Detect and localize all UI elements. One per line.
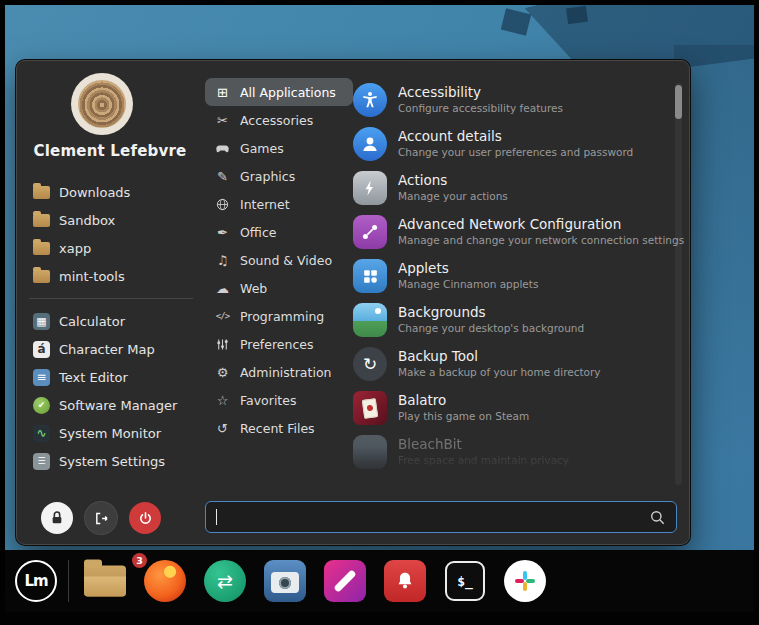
lock-screen-button[interactable] xyxy=(41,502,73,534)
sidebar-item-software-manager[interactable]: ✔ Software Manager xyxy=(33,391,197,419)
app-subtitle: Configure accessibility features xyxy=(398,102,563,115)
terminal-prompt-icon: $_ xyxy=(445,561,485,601)
category-preferences[interactable]: Preferences xyxy=(205,330,353,358)
pencil-icon: ✎ xyxy=(214,170,231,183)
taskbar-terminal[interactable]: $_ xyxy=(445,561,485,601)
paint-brush-icon xyxy=(324,560,366,602)
category-favorites[interactable]: ☆ Favorites xyxy=(205,386,353,414)
user-account-icon xyxy=(353,127,387,161)
wallpaper-landscape-icon xyxy=(353,303,387,337)
category-label: Programming xyxy=(240,309,324,324)
taskbar-firefox[interactable]: 3 xyxy=(144,560,186,602)
search-icon xyxy=(649,509,666,526)
app-actions[interactable]: Actions Manage your actions xyxy=(353,166,673,210)
place-mint-tools[interactable]: mint-tools xyxy=(33,262,197,290)
slack-icon xyxy=(504,560,546,602)
applets-grid-icon xyxy=(353,259,387,293)
log-out-button[interactable] xyxy=(85,502,117,534)
category-label: All Applications xyxy=(240,85,336,100)
taskbar-files[interactable] xyxy=(84,566,126,597)
place-sandbox[interactable]: Sandbox xyxy=(33,206,197,234)
category-recent-files[interactable]: ↺ Recent Files xyxy=(205,414,353,442)
category-accessories[interactable]: ✂ Accessories xyxy=(205,106,353,134)
menu-button[interactable]: Lm xyxy=(15,560,57,602)
power-icon xyxy=(138,511,153,526)
file-manager-icon xyxy=(84,566,126,597)
history-clock-icon: ↺ xyxy=(214,422,231,435)
app-subtitle: Make a backup of your home directory xyxy=(398,366,601,379)
folder-downloads-icon xyxy=(33,186,50,199)
star-icon: ☆ xyxy=(214,394,231,407)
category-web[interactable]: ☁ Web xyxy=(205,274,353,302)
system-monitor-icon: ∿ xyxy=(33,425,50,442)
wallpaper-shape xyxy=(501,8,532,36)
category-programming[interactable]: </> Programming xyxy=(205,302,353,330)
taskbar-notifications[interactable] xyxy=(384,560,426,602)
app-applets[interactable]: Applets Manage Cinnamon applets xyxy=(353,254,673,298)
sidebar-item-system-settings[interactable]: ☰ System Settings xyxy=(33,447,197,475)
app-backgrounds[interactable]: Backgrounds Change your desktop's backgr… xyxy=(353,298,673,342)
place-downloads[interactable]: Downloads xyxy=(33,178,197,206)
notification-badge: 3 xyxy=(132,553,147,568)
place-xapp[interactable]: xapp xyxy=(33,234,197,262)
category-all-applications[interactable]: ⊞ All Applications xyxy=(205,78,353,106)
text-caret xyxy=(216,509,217,525)
category-games[interactable]: Games xyxy=(205,134,353,162)
sidebar-item-system-monitor[interactable]: ∿ System Monitor xyxy=(33,419,197,447)
lock-icon xyxy=(49,510,65,526)
place-label: Downloads xyxy=(59,185,130,200)
sidebar-item-character-map[interactable]: á Character Map xyxy=(33,335,197,363)
app-backup-tool[interactable]: ↻ Backup Tool Make a backup of your home… xyxy=(353,342,673,386)
app-account-details[interactable]: Account details Change your user prefere… xyxy=(353,122,673,166)
search-bar[interactable] xyxy=(205,501,677,533)
sidebar-item-calculator[interactable]: ▦ Calculator xyxy=(33,307,197,335)
logout-icon xyxy=(94,511,109,526)
sidebar-item-label: Calculator xyxy=(59,314,125,329)
music-note-icon: ♫ xyxy=(214,254,231,267)
app-title: Balatro xyxy=(398,393,529,409)
taskbar-warpinator[interactable]: ⇄ xyxy=(204,560,246,602)
camera-icon xyxy=(264,560,306,602)
category-office[interactable]: ✒ Office xyxy=(205,218,353,246)
app-balatro[interactable]: Balatro Play this game on Steam xyxy=(353,386,673,430)
category-label: Sound & Video xyxy=(240,253,332,268)
category-internet[interactable]: Internet xyxy=(205,190,353,218)
category-label: Administration xyxy=(240,365,331,380)
taskbar-slack[interactable] xyxy=(504,560,546,602)
category-sound-video[interactable]: ♫ Sound & Video xyxy=(205,246,353,274)
character-map-icon: á xyxy=(33,341,50,358)
category-label: Accessories xyxy=(240,113,313,128)
app-title: Backgrounds xyxy=(398,305,584,321)
user-avatar[interactable] xyxy=(71,73,133,135)
category-administration[interactable]: ⚙ Administration xyxy=(205,358,353,386)
app-advanced-network-configuration[interactable]: Advanced Network Configuration Manage an… xyxy=(353,210,673,254)
code-icon: </> xyxy=(214,312,231,321)
bell-icon xyxy=(384,560,426,602)
sidebar-item-label: System Monitor xyxy=(59,426,161,441)
scrollbar-thumb[interactable] xyxy=(675,85,682,119)
category-graphics[interactable]: ✎ Graphics xyxy=(205,162,353,190)
gear-icon: ⚙ xyxy=(214,366,231,379)
calculator-icon: ▦ xyxy=(33,313,50,330)
app-title: Actions xyxy=(398,173,508,189)
category-label: Web xyxy=(240,281,267,296)
app-subtitle: Change your user preferences and passwor… xyxy=(398,146,633,159)
search-input[interactable] xyxy=(221,510,649,525)
pen-nib-icon: ✒ xyxy=(214,226,231,239)
playing-card-icon xyxy=(353,391,387,425)
taskbar-screenshot[interactable] xyxy=(264,560,306,602)
user-name: Clement Lefebvre xyxy=(17,142,203,160)
screen: Clement Lefebvre Downloads Sandbox xapp … xyxy=(0,0,759,625)
sidebar-item-text-editor[interactable]: ≡ Text Editor xyxy=(33,363,197,391)
cinnamon-menu: Clement Lefebvre Downloads Sandbox xapp … xyxy=(16,60,690,545)
app-accessibility[interactable]: Accessibility Configure accessibility fe… xyxy=(353,78,673,122)
taskbar-drawing[interactable] xyxy=(324,560,366,602)
software-manager-icon: ✔ xyxy=(33,397,50,414)
app-bleachbit[interactable]: BleachBit Free space and maintain privac… xyxy=(353,430,673,474)
shut-down-button[interactable] xyxy=(129,502,161,534)
app-subtitle: Manage and change your network connectio… xyxy=(398,234,673,247)
category-label: Preferences xyxy=(240,337,314,352)
scrollbar-track[interactable] xyxy=(675,83,682,485)
app-title: Accessibility xyxy=(398,85,563,101)
sidebar-separator xyxy=(29,298,193,299)
